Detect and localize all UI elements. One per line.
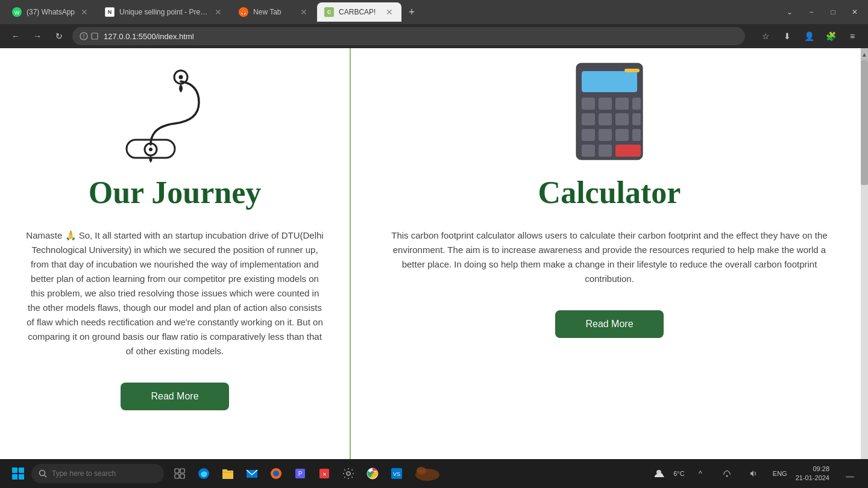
refresh-button[interactable]: ↻ xyxy=(51,28,68,45)
svg-point-44 xyxy=(273,471,279,477)
svg-rect-26 xyxy=(582,145,595,157)
firefox-icon[interactable] xyxy=(265,463,287,484)
tab-notion-close[interactable]: ✕ xyxy=(213,7,223,17)
svg-rect-35 xyxy=(175,469,179,473)
svg-rect-20 xyxy=(615,113,629,125)
tab-newtab-close[interactable]: ✕ xyxy=(299,7,309,17)
page-scrollbar[interactable]: ▲ ▼ xyxy=(861,48,868,488)
system-clock[interactable]: 09:28 21-01-2024 xyxy=(796,465,829,483)
svg-line-34 xyxy=(45,475,47,478)
menu-button[interactable]: ≡ xyxy=(844,28,861,45)
close-browser-button[interactable]: ✕ xyxy=(846,4,863,20)
svg-rect-21 xyxy=(632,113,641,125)
taskbar-icons: P ✕ VS xyxy=(169,463,407,484)
language-display[interactable]: ENG xyxy=(769,463,791,484)
app-icon-2[interactable]: ✕ xyxy=(313,463,335,484)
svg-point-7 xyxy=(149,148,153,151)
app-icon-1[interactable]: P xyxy=(289,463,311,484)
svg-point-55 xyxy=(417,467,426,474)
edge-browser-icon[interactable] xyxy=(193,463,215,484)
svg-rect-5 xyxy=(92,33,98,39)
notification-button[interactable] xyxy=(839,463,861,484)
tab-bar: W (37) WhatsApp ✕ N Unique selling point… xyxy=(0,0,868,24)
address-bar[interactable]: 127.0.0.1:5500/index.html xyxy=(72,27,745,45)
tab-notion-label: Unique selling point - Presenta xyxy=(119,8,209,16)
system-tray: 6°C xyxy=(648,463,684,484)
tab-carbcap-label: CARBCAP! xyxy=(339,8,380,16)
download-button[interactable]: ⬇ xyxy=(779,28,796,45)
address-bar-actions: ☆ ⬇ 👤 🧩 ≡ xyxy=(757,28,861,45)
temperature-display: 6°C xyxy=(673,470,684,477)
clock-time: 09:28 xyxy=(796,465,829,474)
svg-rect-24 xyxy=(615,129,629,141)
svg-rect-27 xyxy=(599,145,612,157)
svg-point-4 xyxy=(83,37,84,38)
scroll-up-button[interactable]: ▲ xyxy=(861,48,868,60)
svg-rect-14 xyxy=(582,98,595,110)
journey-read-more-button[interactable]: Read More xyxy=(121,383,228,410)
taskbar-right: 6°C ^ ENG 09:28 21-01-2024 xyxy=(648,463,861,484)
weather-icon[interactable] xyxy=(648,463,670,484)
tab-newtab[interactable]: 🦊 New Tab ✕ xyxy=(231,2,316,22)
volume-icon[interactable] xyxy=(743,463,764,484)
svg-rect-37 xyxy=(175,474,179,478)
mail-icon[interactable] xyxy=(241,463,263,484)
vscode-icon[interactable]: VS xyxy=(386,463,407,484)
calculator-panel: Calculator This carbon footprint calcula… xyxy=(351,48,868,488)
network-icon[interactable] xyxy=(716,463,738,484)
settings-icon[interactable] xyxy=(338,463,359,484)
svg-rect-38 xyxy=(180,474,184,478)
tab-carbcap[interactable]: C CARBCAP! ✕ xyxy=(317,2,401,22)
svg-text:W: W xyxy=(14,10,20,16)
journey-title: Our Journey xyxy=(89,175,262,210)
task-view-button[interactable] xyxy=(169,463,190,484)
calculator-title: Calculator xyxy=(538,175,681,210)
svg-rect-36 xyxy=(180,469,184,473)
svg-point-57 xyxy=(726,475,728,477)
tab-notion[interactable]: N Unique selling point - Presenta ✕ xyxy=(98,2,230,22)
scroll-track[interactable] xyxy=(861,60,868,476)
taskbar-search-input[interactable] xyxy=(52,469,142,478)
extensions-button[interactable]: 🧩 xyxy=(822,28,839,45)
show-hidden-icons[interactable]: ^ xyxy=(690,463,711,484)
tab-whatsapp[interactable]: W (37) WhatsApp ✕ xyxy=(5,2,96,22)
journey-text: Namaste 🙏 So, It all started with an sta… xyxy=(24,228,326,358)
tab-newtab-label: New Tab xyxy=(253,8,294,16)
back-button[interactable]: ← xyxy=(7,28,24,45)
bookmark-button[interactable]: ☆ xyxy=(757,28,774,45)
calculator-read-more-button[interactable]: Read More xyxy=(555,310,663,338)
file-explorer-icon[interactable] xyxy=(217,463,239,484)
tab-list-button[interactable]: ⌄ xyxy=(781,4,798,20)
new-tab-button[interactable]: + xyxy=(403,3,421,21)
forward-button[interactable]: → xyxy=(29,28,46,45)
tab-whatsapp-close[interactable]: ✕ xyxy=(80,7,89,17)
svg-text:P: P xyxy=(298,471,303,477)
page-content: Our Journey Namaste 🙏 So, It all started… xyxy=(0,48,868,488)
favicon-carbcap: C xyxy=(324,7,334,17)
taskbar-search-bar[interactable] xyxy=(31,464,164,483)
svg-rect-30 xyxy=(19,468,24,473)
scroll-thumb[interactable] xyxy=(861,60,868,185)
svg-point-9 xyxy=(179,75,183,80)
svg-rect-13 xyxy=(624,69,640,72)
tab-carbcap-close[interactable]: ✕ xyxy=(385,7,394,17)
calculator-text: This carbon footprint calculator allows … xyxy=(387,228,832,286)
svg-rect-40 xyxy=(222,471,233,479)
browser-chrome: W (37) WhatsApp ✕ N Unique selling point… xyxy=(0,0,868,48)
svg-rect-15 xyxy=(599,98,612,110)
journey-panel: Our Journey Namaste 🙏 So, It all started… xyxy=(0,48,350,488)
chrome-icon[interactable] xyxy=(362,463,383,484)
url-display[interactable]: 127.0.0.1:5500/index.html xyxy=(104,32,738,41)
profile-button[interactable]: 👤 xyxy=(800,28,817,45)
start-button[interactable] xyxy=(7,463,29,484)
svg-rect-23 xyxy=(599,129,612,141)
tab-whatsapp-label: (37) WhatsApp xyxy=(27,8,75,16)
svg-rect-18 xyxy=(582,113,595,125)
maximize-button[interactable]: □ xyxy=(825,4,841,20)
svg-rect-22 xyxy=(582,129,595,141)
svg-rect-41 xyxy=(222,469,227,472)
svg-rect-17 xyxy=(632,98,641,110)
tab-overflow: ⌄ − □ ✕ xyxy=(781,4,863,20)
svg-point-49 xyxy=(347,472,350,475)
minimize-button[interactable]: − xyxy=(803,4,820,20)
